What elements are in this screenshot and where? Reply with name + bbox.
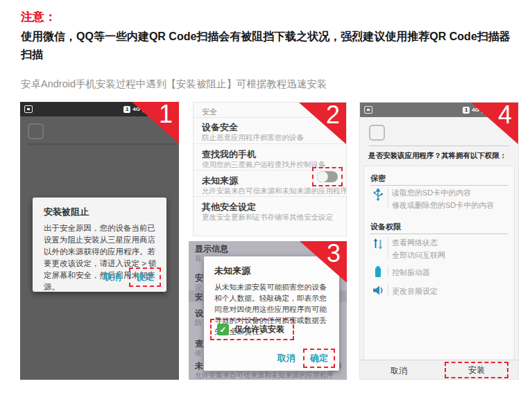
install-question-title: 是否安装该应用程序？其将拥有以下权限： (368, 151, 513, 161)
list-item-title: 其他安全设定 (202, 201, 256, 213)
device-permissions-header: 设备权限 (370, 222, 401, 232)
permission-text: 更改音频设定 (392, 286, 438, 297)
divider (388, 265, 388, 276)
step-badge: 2 (299, 103, 346, 144)
step-number: 2 (326, 102, 340, 130)
divider (370, 234, 508, 234)
divider (194, 196, 346, 197)
bottom-button-bar: 取消 安装 (360, 360, 518, 379)
phone-screenshot-2: 安全 设备安全 防止恶意应用程序损害您的设备 查找我的手机 使用您的三星账户远程… (193, 102, 347, 236)
app-icon-placeholder (369, 125, 385, 141)
highlight-box (312, 167, 343, 186)
divider (388, 187, 388, 208)
app-icon-placeholder (28, 123, 44, 139)
list-item-subtitle: 更改安全更新和证书存储等其他安全设定 (202, 213, 333, 222)
list-item-title: 设备安全 (202, 121, 238, 134)
unknown-sources-toggle[interactable] (317, 171, 338, 182)
bg-list-subtitle: 允许安装来自可信来源和未知来源的应用程序 (195, 371, 334, 380)
install-blocked-dialog: 安装被阻止 出于安全原因，您的设备当前已设置为阻止安装从三星应用商店以外的来源获… (33, 198, 166, 292)
notice-label: 注意： (21, 9, 56, 25)
bg-list-subtitle: 使 (195, 349, 202, 358)
bg-list-title: 安 (195, 292, 203, 302)
permission-text: 修改或删除您的SD卡中的内容 (392, 200, 494, 211)
dialog-title: 未知来源 (214, 265, 250, 277)
phone-screenshot-1: 1 4G 7 安装被阻止 出于安全原因，您的设备当前已设置为阻止安装从三星应用商… (20, 102, 179, 380)
highlight-box: 安装 (445, 362, 508, 378)
confirm-button[interactable]: 确定 (304, 350, 334, 367)
list-item-subtitle: 允许安装来自可信来源和未知来源的应用程序 (202, 186, 347, 196)
phone-screenshot-4: 1 4G 7 是否安装该应用程序？其将拥有以下权限： 保密 (359, 102, 519, 380)
list-item-subtitle: 使用您的三星账户远程查找并控制设备 (202, 160, 326, 170)
notification-badge-icon: 1 (463, 107, 470, 114)
dialog-title: 安装被阻止 (44, 206, 89, 218)
permission-text: 读取您的SD卡中的内容 (392, 188, 471, 198)
cancel-button[interactable]: 取消 (99, 269, 126, 286)
step-badge: 4 (471, 103, 518, 144)
screenshot-icon (364, 106, 372, 114)
settings-button[interactable]: 设定 (130, 269, 160, 286)
screenshot-icon (24, 105, 33, 113)
permission-text: 查看网络状态 (392, 238, 438, 248)
tutorial-page: 注意： 使用微信，QQ等一些内建QR Code扫描会有被阻挡下载之状况，强烈建议… (0, 0, 532, 395)
vibrate-battery-icon (372, 265, 384, 278)
usb-icon (372, 188, 384, 201)
privacy-section-header: 保密 (370, 173, 386, 184)
permission-text: 全部访问互联网 (392, 250, 445, 261)
divider (194, 143, 346, 144)
toggle-knob (317, 171, 328, 182)
cancel-button[interactable]: 取消 (273, 350, 300, 367)
cancel-button[interactable]: 取消 (360, 365, 438, 377)
network-arrows-icon (372, 238, 384, 250)
divider (28, 143, 176, 145)
bg-list-subtitle: 防 (195, 318, 202, 328)
checkbox-label: 仅允许该安装 (234, 324, 284, 335)
step-number: 1 (159, 102, 173, 129)
divider (370, 185, 508, 186)
permission-text: 控制振动器 (392, 267, 430, 278)
security-section-header: 安全 (202, 107, 217, 117)
speaker-icon (372, 284, 384, 297)
checkbox-checked-icon[interactable]: ✓ (217, 324, 229, 335)
install-button[interactable]: 安装 (468, 365, 485, 376)
permissions-list: 保密 读取您的SD卡中的内容 修改或删除您的SD卡中的内容 设备权限 (363, 166, 515, 360)
divider (369, 146, 509, 146)
list-item-title: 查找我的手机 (202, 148, 256, 161)
divider (388, 284, 388, 295)
phone-screenshot-3: 显示信息 在 安 设 安 设 防 查 使 未 允许安装来自可信来源和未知来源的应… (189, 241, 347, 380)
list-item-subtitle: 防止恶意应用程序损害您的设备 (202, 133, 304, 143)
bg-list-subtitle: 在 (195, 254, 202, 263)
unknown-sources-dialog: 未知来源 从未知来源安装可能损害您的设备和个人数据。轻敲确定，即表示您同意对因使… (204, 256, 339, 371)
list-item-title: 未知来源 (202, 175, 238, 187)
warning-text: 使用微信，QQ等一些内建QR Code扫描会有被阻挡下载之状况，强烈建议使用推荐… (21, 28, 516, 64)
divider (388, 237, 388, 258)
step-number: 4 (498, 102, 512, 130)
tutorial-subtitle: 安卓Android手机安装过程中遇到【安装被阻止】可根据教程迅速安装 (21, 78, 327, 91)
step-number: 3 (327, 241, 341, 268)
notification-badge-icon: 1 (123, 106, 130, 113)
highlight-box: ✓ 仅允许该安装 (210, 319, 294, 340)
